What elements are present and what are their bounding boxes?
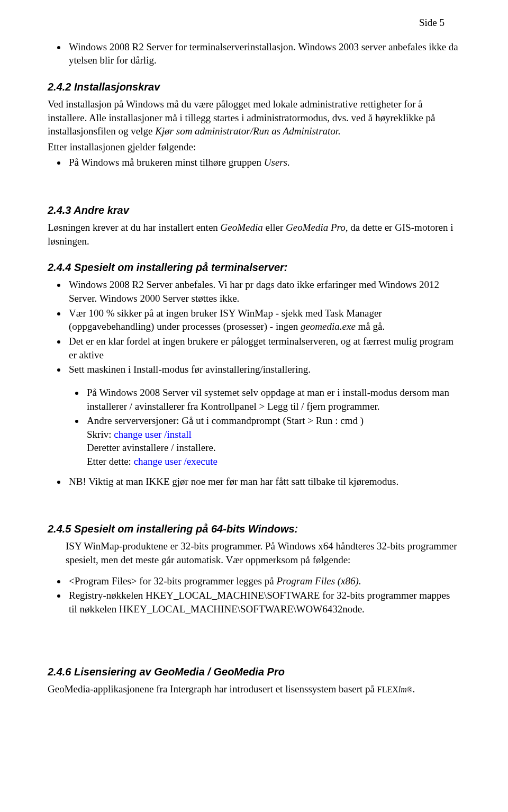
text-span: Andre serverversjoner: Gå ut i commandpr…: [87, 415, 364, 426]
text-command: change user /execute: [134, 456, 217, 467]
text-span: .: [412, 683, 415, 694]
list-item: Sett maskinen i Install-modus før avinst…: [67, 363, 460, 376]
text-span: Skriv:: [87, 429, 114, 440]
list-item: NB! Viktig at man IKKE gjør noe mer før …: [67, 475, 460, 489]
list-item: På Windows 2008 Server vil systemet selv…: [85, 386, 460, 413]
heading-243: 2.4.3 Andre krav: [48, 203, 460, 218]
text-span: eller: [266, 222, 286, 233]
text-span: Etter dette:: [87, 456, 134, 467]
body-text: Ved installasjon på Windows må du være p…: [48, 97, 460, 138]
text-italic: geomedia.exe: [301, 321, 356, 332]
text-span: GeoMedia-applikasjonene fra Intergraph h…: [48, 683, 377, 694]
body-text: Etter installasjonen gjelder følgende:: [48, 140, 460, 154]
body-text: GeoMedia-applikasjonene fra Intergraph h…: [48, 682, 460, 696]
body-text: Løsningen krever at du har installert en…: [48, 221, 460, 248]
list-244-nested: På Windows 2008 Server vil systemet selv…: [48, 386, 460, 468]
text-command: change user /install: [114, 429, 192, 440]
list-245: <Program Files> for 32-bits programmer l…: [48, 574, 460, 616]
text-italic: GeoMedia Pro,: [286, 222, 348, 233]
list-item: Windows 2008 R2 Server for terminalserve…: [67, 40, 460, 67]
list-item: Vær 100 % sikker på at ingen bruker ISY …: [67, 306, 460, 333]
text-italic: lm: [398, 685, 407, 694]
heading-244: 2.4.4 Spesielt om installering på termin…: [48, 260, 460, 275]
list-item: Det er en klar fordel at ingen brukere e…: [67, 335, 460, 362]
page-number: Side 5: [48, 16, 460, 30]
list-item: Registry-nøkkelen HKEY_LOCAL_MACHINE\SOF…: [67, 589, 460, 616]
text-italic: Kjør som administrator/Run as Administra…: [155, 125, 341, 137]
list-244b: NB! Viktig at man IKKE gjør noe mer før …: [48, 475, 460, 489]
text-italic: Users.: [264, 157, 290, 168]
registered-icon: ®: [407, 686, 413, 694]
text-span: Deretter avinstallere / installere.: [87, 442, 216, 453]
list-item: Andre serverversjoner: Gå ut i commandpr…: [85, 414, 460, 468]
text-span: FLEX: [377, 685, 398, 694]
text-italic: Program Files (x86).: [276, 575, 361, 587]
heading-246: 2.4.6 Lisensiering av GeoMedia / GeoMedi…: [48, 665, 460, 679]
heading-245: 2.4.5 Spesielt om installering på 64-bit…: [48, 522, 460, 536]
list-244: Windows 2008 R2 Server anbefales. Vi har…: [48, 278, 460, 376]
text-span: På Windows må brukeren minst tilhøre gru…: [69, 157, 264, 168]
list-242: På Windows må brukeren minst tilhøre gru…: [48, 156, 460, 169]
text-italic: GeoMedia: [221, 222, 266, 233]
list-item: <Program Files> for 32-bits programmer l…: [67, 574, 460, 588]
list-item: Windows 2008 R2 Server anbefales. Vi har…: [67, 278, 460, 305]
list-item: På Windows må brukeren minst tilhøre gru…: [67, 156, 460, 169]
heading-242: 2.4.2 Installasjonskrav: [48, 80, 460, 94]
intro-list: Windows 2008 R2 Server for terminalserve…: [48, 40, 460, 67]
text-span: <Program Files> for 32-bits programmer l…: [69, 575, 276, 587]
body-text: ISY WinMap-produktene er 32-bits program…: [48, 539, 460, 566]
text-span: Løsningen krever at du har installert en…: [48, 222, 221, 233]
text-span: må gå.: [356, 321, 385, 332]
